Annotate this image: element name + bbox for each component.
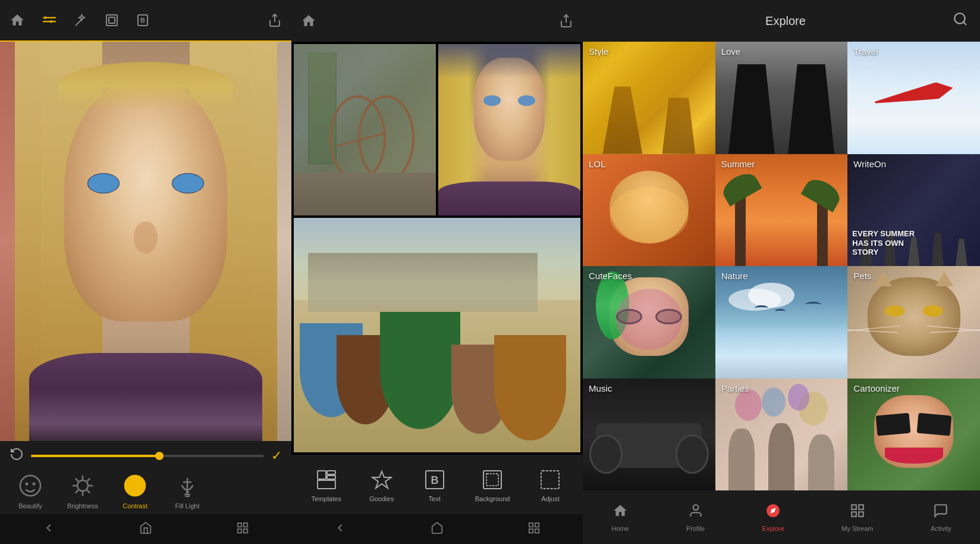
panel-collage: Templates Goodies B Text Background Adju… bbox=[291, 0, 583, 544]
svg-point-3 bbox=[50, 20, 52, 23]
svg-rect-55 bbox=[852, 512, 856, 517]
svg-rect-54 bbox=[859, 505, 863, 509]
grid-item-music[interactable]: Music bbox=[583, 379, 715, 491]
pets-label: Pets bbox=[853, 271, 871, 281]
svg-rect-53 bbox=[852, 505, 856, 509]
adjust-icon bbox=[538, 467, 563, 492]
templates-tool[interactable]: Templates bbox=[312, 467, 341, 502]
style-label: Style bbox=[589, 46, 608, 57]
collage-photo-2[interactable] bbox=[438, 44, 580, 215]
nav-home[interactable]: Home bbox=[611, 503, 629, 532]
grid-item-love[interactable]: Love bbox=[715, 42, 848, 154]
svg-point-15 bbox=[77, 480, 88, 491]
magic-wand-icon[interactable] bbox=[74, 13, 88, 27]
contrast-slider[interactable] bbox=[31, 455, 264, 457]
text-tool[interactable]: B Text bbox=[422, 467, 447, 502]
grid-item-nature[interactable]: Nature bbox=[715, 266, 848, 379]
explore-title: Explore bbox=[618, 14, 953, 28]
grid-item-cartoonizer[interactable]: Cartoonizer bbox=[847, 379, 980, 491]
back-button[interactable] bbox=[42, 521, 55, 537]
collage-back-button[interactable] bbox=[334, 521, 347, 537]
goodies-tool[interactable]: Goodies bbox=[369, 467, 394, 502]
nav-mystream-label: My Stream bbox=[841, 525, 873, 532]
collage-toolbar bbox=[291, 0, 583, 42]
writeon-label: WriteOn bbox=[853, 159, 886, 169]
svg-line-20 bbox=[76, 479, 78, 482]
svg-text:B: B bbox=[140, 17, 145, 24]
contrast-tool[interactable]: Contrast bbox=[114, 471, 156, 509]
fill-light-icon bbox=[173, 471, 202, 500]
svg-rect-42 bbox=[486, 474, 498, 486]
home-icon[interactable] bbox=[10, 12, 25, 28]
goodies-icon bbox=[369, 467, 394, 492]
nature-label: Nature bbox=[721, 271, 748, 281]
svg-point-13 bbox=[26, 483, 29, 486]
svg-rect-7 bbox=[106, 15, 117, 26]
adjust-tool[interactable]: Adjust bbox=[538, 467, 563, 502]
beautify-icon bbox=[16, 471, 45, 500]
svg-rect-36 bbox=[327, 471, 335, 474]
collage-home-icon[interactable] bbox=[301, 13, 316, 29]
share-icon[interactable] bbox=[268, 13, 282, 27]
collage-nav-bar bbox=[291, 514, 583, 544]
background-label: Background bbox=[475, 495, 510, 502]
explore-toolbar: Explore bbox=[583, 0, 980, 42]
confirm-button[interactable]: ✓ bbox=[271, 448, 282, 464]
recents-button[interactable] bbox=[236, 521, 249, 537]
grid-item-style[interactable]: Style bbox=[583, 42, 715, 154]
grid-item-pets[interactable]: Pets bbox=[847, 266, 980, 379]
collage-share-icon[interactable] bbox=[559, 14, 573, 28]
bold-text-icon[interactable]: B bbox=[136, 13, 150, 27]
goodies-label: Goodies bbox=[369, 495, 394, 502]
undo-button[interactable] bbox=[10, 447, 24, 464]
music-label: Music bbox=[589, 383, 612, 393]
fill-light-tool[interactable]: Fill Light bbox=[167, 471, 208, 509]
collage-photo-1[interactable] bbox=[294, 44, 436, 215]
brightness-tool[interactable]: Brightness bbox=[62, 471, 103, 509]
beautify-label: Beautify bbox=[18, 502, 42, 509]
adjust-sliders-icon[interactable] bbox=[42, 12, 57, 28]
explore-search-icon[interactable] bbox=[953, 11, 968, 30]
grid-item-writeon[interactable]: WriteOn EVERY SUMMERHAS ITS OWNSTORY bbox=[847, 154, 980, 267]
nav-mystream[interactable]: My Stream bbox=[841, 503, 873, 532]
nav-profile[interactable]: Profile bbox=[686, 503, 705, 532]
collage-home-nav-button[interactable] bbox=[431, 521, 444, 537]
nav-explore-label: Explore bbox=[762, 525, 784, 532]
brightness-icon bbox=[68, 471, 97, 500]
nav-explore[interactable]: Explore bbox=[762, 503, 784, 532]
grid-item-lol[interactable]: LOL bbox=[583, 154, 715, 267]
grid-item-cutefaces[interactable]: CuteFaces bbox=[583, 266, 715, 379]
home-nav-icon bbox=[612, 503, 628, 522]
editor-tools-row: Beautify Brightness bbox=[10, 471, 282, 509]
grid-item-summer[interactable]: Summer bbox=[715, 154, 848, 267]
lol-label: LOL bbox=[589, 159, 605, 169]
editor-nav-bar bbox=[0, 514, 291, 544]
adjust-label: Adjust bbox=[541, 495, 560, 502]
beautify-tool[interactable]: Beautify bbox=[10, 471, 51, 509]
brightness-label: Brightness bbox=[67, 502, 98, 509]
svg-line-23 bbox=[76, 490, 78, 493]
grid-item-travel[interactable]: Travel bbox=[847, 42, 980, 154]
svg-point-50 bbox=[693, 505, 698, 510]
svg-rect-30 bbox=[238, 523, 241, 526]
editor-photo-area bbox=[0, 42, 291, 441]
editor-toolbar: B bbox=[0, 0, 291, 42]
svg-point-0 bbox=[44, 17, 46, 19]
background-tool[interactable]: Background bbox=[475, 467, 510, 502]
cutefaces-label: CuteFaces bbox=[589, 271, 632, 281]
grid-item-parties[interactable]: Parties bbox=[715, 379, 848, 491]
svg-line-49 bbox=[963, 22, 966, 25]
parties-label: Parties bbox=[721, 383, 749, 393]
svg-line-22 bbox=[87, 479, 90, 482]
nav-activity[interactable]: Activity bbox=[931, 503, 951, 532]
home-nav-button[interactable] bbox=[139, 521, 152, 537]
collage-recents-button[interactable] bbox=[527, 521, 541, 537]
collage-bottom-photo[interactable] bbox=[294, 218, 580, 452]
frame-icon[interactable] bbox=[105, 13, 119, 27]
svg-rect-33 bbox=[244, 529, 247, 532]
panel-explore: Explore Style Love Travel bbox=[583, 0, 980, 544]
svg-rect-31 bbox=[244, 523, 247, 526]
svg-point-27 bbox=[186, 491, 189, 494]
travel-label: Travel bbox=[853, 46, 878, 57]
svg-rect-8 bbox=[109, 17, 115, 23]
